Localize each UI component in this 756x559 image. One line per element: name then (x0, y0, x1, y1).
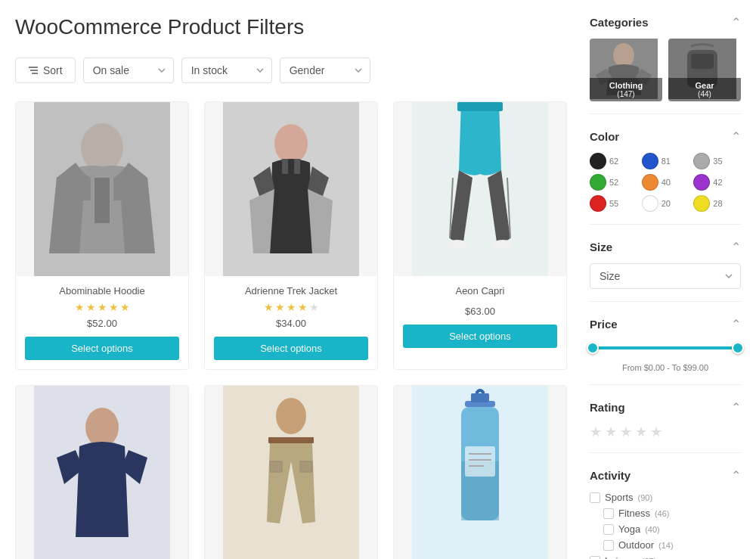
activity-count-sports: (90) (638, 493, 653, 502)
activity-item-sports[interactable]: Sports (90) (590, 492, 741, 503)
color-swatch-blue (642, 153, 658, 169)
activity-checkbox-leisure[interactable] (590, 556, 600, 560)
svg-point-14 (447, 240, 468, 249)
activity-count-fitness: (46) (655, 509, 670, 518)
activity-checkbox-sports[interactable] (590, 492, 600, 503)
in-stock-filter[interactable]: In stock (181, 57, 272, 83)
clothing-count: (147) (591, 90, 661, 98)
activity-item-outdoor[interactable]: Outdoor (14) (590, 539, 741, 551)
price-handle-max[interactable] (732, 342, 744, 354)
activity-label-outdoor: Outdoor (618, 539, 654, 551)
star-5: ★ (120, 301, 130, 313)
color-swatch-black (590, 153, 606, 169)
color-swatch-purple (693, 174, 710, 191)
rating-star-2[interactable]: ★ (605, 424, 617, 440)
color-count-yellow: 28 (713, 199, 722, 208)
svg-point-17 (85, 408, 119, 447)
price-range-slider[interactable] (590, 340, 741, 356)
activity-item-fitness[interactable]: Fitness (46) (590, 508, 741, 519)
star-2: ★ (275, 301, 285, 313)
color-item-orange[interactable]: 40 (642, 174, 689, 191)
gear-count: (44) (670, 90, 739, 98)
activity-collapse-button[interactable]: ⌃ (731, 468, 741, 483)
activity-checkbox-outdoor[interactable] (603, 540, 614, 551)
activity-label-leisure: Leisure (605, 555, 637, 559)
product-card: Aeon Capri $63.00 Select options (393, 101, 567, 370)
color-item-purple[interactable]: 42 (693, 174, 741, 191)
svg-point-4 (81, 123, 123, 172)
size-header: Size ⌃ (590, 240, 741, 254)
gear-name: Gear (670, 81, 739, 90)
rating-star-4[interactable]: ★ (635, 424, 647, 440)
activity-item-yoga[interactable]: Yoga (40) (590, 523, 741, 535)
color-item-black[interactable]: 62 (590, 153, 637, 169)
color-item-yellow[interactable]: 28 (693, 195, 741, 212)
product-card: — (204, 385, 378, 559)
rating-title: Rating (590, 401, 625, 414)
gender-filter[interactable]: Gender (280, 57, 370, 83)
svg-point-15 (492, 240, 513, 249)
product-image (394, 102, 566, 276)
product-price: $52.00 (25, 318, 179, 329)
select-options-button[interactable]: Select options (214, 337, 368, 360)
star-4: ★ (109, 301, 119, 313)
color-item-red[interactable]: 55 (590, 195, 637, 212)
rating-collapse-button[interactable]: ⌃ (731, 400, 741, 415)
color-swatch-yellow (693, 195, 710, 212)
color-grid: 62 81 35 52 40 (590, 153, 741, 212)
categories-section: Categories ⌃ Clothing (147) (590, 15, 741, 114)
rating-stars: ★ ★ ★ ★ ★ (590, 424, 741, 440)
sort-button[interactable]: Sort (15, 57, 76, 83)
sidebar: Categories ⌃ Clothing (147) (590, 15, 741, 559)
svg-rect-21 (270, 461, 282, 472)
activity-item-leisure[interactable]: Leisure (27) (590, 555, 741, 559)
product-info: Abominable Hoodie ★ ★ ★ ★ ★ $52.00 Selec… (16, 276, 188, 369)
activity-header: Activity ⌃ (590, 468, 741, 483)
color-item-green[interactable]: 52 (590, 174, 637, 191)
color-item-blue[interactable]: 81 (642, 153, 689, 169)
size-select[interactable]: Size XS S M L XL (590, 263, 741, 289)
size-collapse-button[interactable]: ⌃ (731, 240, 741, 254)
on-sale-filter[interactable]: On sale (83, 57, 174, 83)
color-count-red: 55 (609, 199, 618, 208)
rating-star-5[interactable]: ★ (650, 424, 662, 440)
categories-collapse-button[interactable]: ⌃ (731, 15, 741, 30)
svg-rect-5 (94, 178, 110, 223)
svg-rect-11 (457, 102, 503, 111)
activity-label-sports: Sports (605, 492, 634, 503)
categories-title: Categories (590, 16, 649, 29)
product-image (16, 386, 188, 559)
svg-point-19 (276, 398, 306, 434)
color-item-white[interactable]: 20 (642, 195, 689, 212)
rating-star-1[interactable]: ★ (590, 424, 602, 440)
activity-title: Activity (590, 469, 631, 482)
svg-rect-9 (294, 159, 300, 174)
product-price: $34.00 (214, 318, 368, 329)
price-section: Price ⌃ From $0.00 - To $99.00 (590, 317, 741, 385)
color-collapse-button[interactable]: ⌃ (731, 129, 741, 144)
svg-point-7 (274, 124, 308, 163)
price-handle-min[interactable] (587, 342, 599, 354)
star-1: ★ (264, 301, 274, 313)
select-options-button[interactable]: Select options (403, 325, 557, 348)
category-clothing[interactable]: Clothing (147) (590, 39, 662, 101)
rating-header: Rating ⌃ (590, 400, 741, 415)
select-options-button[interactable]: Select options (25, 337, 179, 360)
color-item-gray[interactable]: 35 (693, 153, 741, 169)
activity-checkbox-yoga[interactable] (603, 524, 614, 535)
activity-checkbox-fitness[interactable] (603, 508, 614, 519)
color-swatch-green (590, 174, 606, 191)
activity-label-yoga: Yoga (618, 523, 640, 535)
category-gear-overlay: Gear (44) (668, 78, 741, 101)
color-header: Color ⌃ (590, 129, 741, 144)
price-label: From $0.00 - To $99.00 (590, 363, 741, 372)
main-content: WooCommerce Product Filters Sort On sale… (15, 15, 567, 559)
rating-star-3[interactable]: ★ (620, 424, 632, 440)
activity-count-outdoor: (14) (658, 541, 674, 550)
product-image (205, 386, 377, 559)
activity-section: Activity ⌃ Sports (90) Fitness (46) Yoga (590, 468, 741, 559)
product-card: Adrienne Trek Jacket ★ ★ ★ ★ ★ $34.00 Se… (204, 101, 378, 370)
price-collapse-button[interactable]: ⌃ (731, 317, 741, 331)
category-gear[interactable]: Gear (44) (668, 39, 741, 101)
svg-rect-22 (300, 461, 312, 472)
